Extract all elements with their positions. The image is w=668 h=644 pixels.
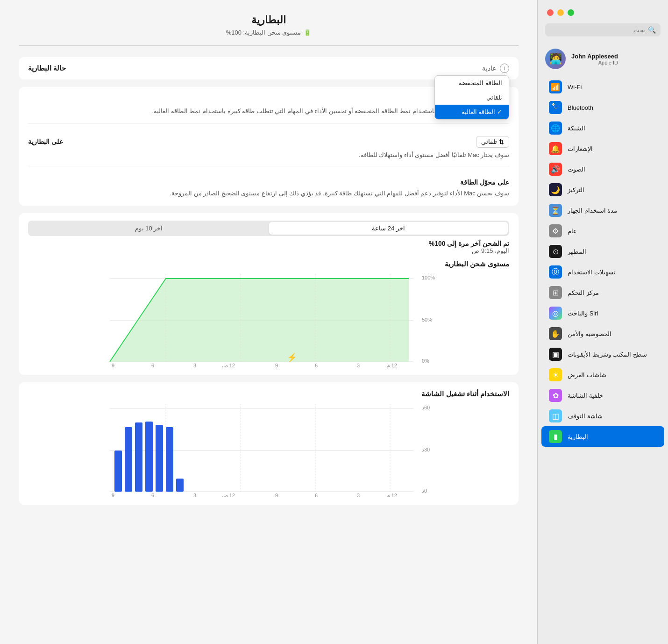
displays-icon: ☀: [549, 368, 562, 381]
search-input[interactable]: [550, 27, 645, 34]
close-button[interactable]: [547, 9, 554, 16]
battery-chart-section: آخر 24 ساعة آخر 10 يوم تم الشحن آخر مرة …: [19, 213, 519, 375]
dropdown-button[interactable]: ⇅ تلقائي: [476, 136, 509, 148]
screentime-icon: ⏳: [549, 204, 562, 217]
sidebar-item-sound[interactable]: الصوت🔊: [541, 159, 664, 179]
sidebar-label-notifications: الإشعارات: [568, 145, 593, 152]
sidebar-item-controlcenter[interactable]: مركز التحكم⊞: [541, 282, 664, 303]
svg-text:12 م: 12 م: [387, 363, 397, 367]
svg-text:9: 9: [275, 493, 278, 497]
svg-text:6: 6: [151, 363, 154, 367]
svg-rect-31: [114, 451, 122, 492]
svg-text:⚡: ⚡: [287, 352, 298, 363]
svg-text:3: 3: [193, 363, 196, 367]
sidebar-item-screentime[interactable]: مدة استخدام الجهاز⏳: [541, 200, 664, 221]
page-subtitle: 🔋 مستوى شحن البطارية: 100%: [19, 29, 519, 36]
minimize-button[interactable]: [557, 9, 564, 16]
status-value: i عادية: [482, 64, 509, 73]
svg-marker-6: [166, 279, 409, 362]
dropdown-item-auto[interactable]: تلقائي: [435, 90, 509, 105]
battery-level-text: مستوى شحن البطارية: 100%: [226, 29, 301, 36]
bluetooth-icon: ᭳: [549, 101, 562, 114]
svg-text:6: 6: [315, 363, 318, 367]
sidebar-item-notifications[interactable]: الإشعارات🔔: [541, 138, 664, 159]
tab-24h[interactable]: آخر 24 ساعة: [269, 222, 508, 235]
dropdown-item-high[interactable]: الطاقة العالية: [435, 105, 509, 119]
sidebar-item-screensaver[interactable]: شاشة التوقف◫: [541, 406, 664, 426]
on-battery-row: الطاقة المنخفضة تلقائي الطاقة العالية ⇅ …: [28, 136, 509, 148]
svg-text:12 ص: 12 ص: [222, 363, 235, 367]
sidebar-label-controlcenter: مركز التحكم: [568, 289, 599, 296]
svg-text:9: 9: [112, 363, 114, 367]
sidebar-label-network: الشبكة: [568, 125, 585, 132]
sound-icon: 🔊: [549, 163, 562, 176]
on-battery-desc: سوف يختار Mac تلقائيًا أفضل مستوى أداء و…: [28, 150, 509, 160]
svg-text:9: 9: [275, 363, 278, 367]
svg-rect-36: [166, 427, 173, 492]
user-info: John Appleseed Apple ID: [571, 53, 618, 65]
svg-text:0%: 0%: [422, 358, 429, 364]
wallpaper-icon: ✿: [549, 389, 562, 402]
charger-label: على محوّل الطاقة: [460, 179, 509, 186]
sidebar-label-privacy: الخصوصية والأمن: [568, 330, 611, 337]
user-profile[interactable]: John Appleseed Apple ID 🧑‍💻: [538, 44, 668, 77]
sidebar-label-displays: شاشات العرض: [568, 372, 606, 379]
svg-rect-32: [125, 427, 132, 492]
window-controls: [538, 9, 668, 23]
time-tabs: آخر 24 ساعة آخر 10 يوم: [28, 221, 509, 236]
sidebar-item-displays[interactable]: شاشات العرض☀: [541, 365, 664, 385]
charger-row: على محوّل الطاقة: [28, 179, 509, 186]
sidebar-item-battery[interactable]: البطارية▮: [541, 426, 664, 447]
dropdown-item-low[interactable]: الطاقة المنخفضة: [435, 76, 509, 90]
svg-text:12 م: 12 م: [387, 493, 397, 497]
sidebar-item-siri[interactable]: Siri والباحث◎: [541, 303, 664, 323]
svg-text:12 ص: 12 ص: [222, 493, 235, 497]
sidebar-item-wallpaper[interactable]: خلفية الشاشة✿: [541, 385, 664, 406]
usage-chart-svg: 60د 30د 0د: [28, 404, 509, 497]
sidebar-item-desktop[interactable]: سطح المكتب وشريط الأيقونات▣: [541, 344, 664, 365]
status-normal-text: عادية: [482, 64, 496, 72]
sidebar-label-sound: الصوت: [568, 166, 585, 173]
svg-text:3: 3: [357, 493, 360, 497]
battery-chart-title: مستوى شحن البطارية: [28, 260, 509, 268]
sidebar-item-accessibility[interactable]: تسهيلات الاستخدام⓪: [541, 262, 664, 282]
sidebar-item-network[interactable]: الشبكة🌐: [541, 118, 664, 138]
sidebar-item-bluetooth[interactable]: Bluetooth᭳: [541, 97, 664, 118]
desktop-icon: ▣: [549, 348, 562, 361]
sidebar-label-appearance: المظهر: [568, 248, 586, 255]
sidebar-label-wifi: Wi-Fi: [568, 84, 582, 91]
info-icon[interactable]: i: [500, 64, 509, 73]
sidebar-label-general: عام: [568, 228, 577, 235]
screensaver-icon: ◫: [549, 409, 562, 422]
charger-desc: سوف يحسن Mac الأداء لتوفير دعم أفضل للمه…: [28, 189, 509, 198]
usage-chart-title: الاستخدام أثناء تشغيل الشاشة: [28, 390, 509, 398]
svg-text:6: 6: [151, 493, 154, 497]
battery-icon: ▮: [549, 430, 562, 443]
sidebar-items-list: Wi-Fi📶Bluetooth᭳الشبكة🌐الإشعارات🔔الصوت🔊ا…: [538, 77, 668, 447]
svg-text:9: 9: [112, 493, 114, 497]
battery-status-label: حالة البطارية: [28, 64, 66, 72]
maximize-button[interactable]: [568, 9, 574, 16]
svg-text:6: 6: [315, 493, 318, 497]
search-box: 🔍: [545, 23, 661, 36]
svg-text:3: 3: [357, 363, 360, 367]
sidebar-item-privacy[interactable]: الخصوصية والأمن✋: [541, 323, 664, 344]
svg-text:100%: 100%: [422, 275, 435, 280]
svg-text:50%: 50%: [422, 317, 432, 322]
sidebar-item-wifi[interactable]: Wi-Fi📶: [541, 77, 664, 97]
sidebar-item-appearance[interactable]: المظهر⊙: [541, 241, 664, 262]
page-title: البطارية: [19, 14, 519, 26]
privacy-icon: ✋: [549, 327, 562, 340]
tab-10d[interactable]: آخر 10 يوم: [29, 222, 268, 235]
svg-rect-34: [145, 422, 153, 492]
avatar: 🧑‍💻: [545, 49, 566, 69]
accessibility-icon: ⓪: [549, 265, 562, 279]
svg-text:30د: 30د: [422, 447, 430, 452]
sidebar-item-general[interactable]: عام⚙: [541, 221, 664, 241]
last-charged-title: تم الشحن آخر مرة إلى 100%: [28, 240, 509, 247]
dropdown-arrow: ⇅: [499, 138, 504, 145]
sidebar-item-focus[interactable]: التركيز🌙: [541, 179, 664, 200]
last-charged-time: اليوم، 9:15 ص: [28, 247, 509, 254]
siri-icon: ◎: [549, 307, 562, 320]
dropdown-value: تلقائي: [481, 138, 497, 145]
